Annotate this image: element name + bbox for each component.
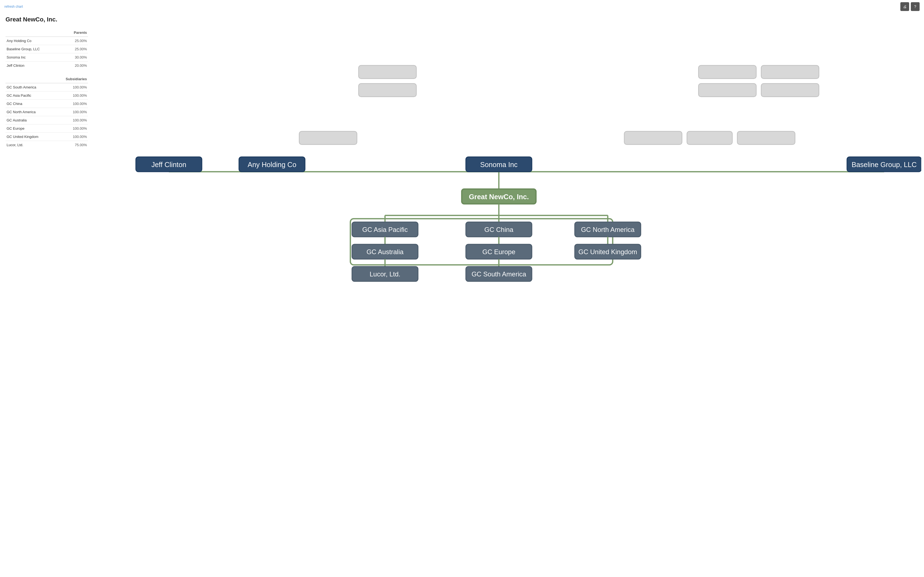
main-layout: Great NewCo, Inc. Parents Any Holding Co…	[0, 13, 924, 415]
svg-rect-3	[761, 65, 819, 79]
svg-rect-8	[687, 131, 732, 145]
svg-rect-5	[761, 84, 819, 97]
top-bar: refresh chart 🖨 ?	[0, 0, 924, 13]
svg-rect-4	[698, 84, 756, 97]
subsidiaries-section-header: Subsidiaries	[5, 75, 88, 83]
print-button[interactable]: 🖨	[900, 2, 909, 11]
company-title: Great NewCo, Inc.	[5, 13, 88, 23]
table-row: Baseline Group, LLC25.00%	[5, 45, 88, 53]
table-row: GC Europe100.00%	[5, 124, 88, 133]
refresh-link[interactable]: refresh chart	[5, 5, 23, 8]
table-row: GC Asia Pacific100.00%	[5, 92, 88, 100]
svg-rect-7	[624, 131, 682, 145]
svg-rect-1	[359, 84, 416, 97]
svg-rect-9	[737, 131, 795, 145]
svg-text:GC North America: GC North America	[581, 226, 635, 233]
svg-text:GC Europe: GC Europe	[482, 248, 515, 256]
table-row: GC Australia100.00%	[5, 116, 88, 124]
parents-section-header: Parents	[5, 29, 88, 37]
svg-text:Great NewCo, Inc.: Great NewCo, Inc.	[469, 193, 529, 201]
table-row: GC North America100.00%	[5, 108, 88, 116]
svg-text:GC China: GC China	[484, 226, 514, 233]
org-chart-svg: Jeff Clinton Any Holding Co Sonoma Inc B…	[96, 16, 921, 412]
svg-text:GC South America: GC South America	[472, 270, 527, 278]
chart-area: Jeff Clinton Any Holding Co Sonoma Inc B…	[94, 13, 924, 415]
svg-text:Any Holding Co: Any Holding Co	[247, 161, 296, 168]
svg-rect-6	[299, 131, 357, 145]
svg-text:Baseline Group, LLC: Baseline Group, LLC	[852, 161, 917, 168]
table-row: Any Holding Co25.00%	[5, 37, 88, 45]
svg-text:Sonoma Inc: Sonoma Inc	[480, 161, 517, 168]
table-row: Lucor, Ltd.75.00%	[5, 141, 88, 149]
subsidiaries-table: Subsidiaries GC South America100.00% GC …	[5, 75, 88, 149]
svg-text:GC United Kingdom: GC United Kingdom	[578, 248, 637, 256]
help-button[interactable]: ?	[911, 2, 919, 11]
svg-rect-2	[698, 65, 756, 79]
svg-text:Jeff Clinton: Jeff Clinton	[151, 161, 186, 168]
svg-text:Lucor, Ltd.: Lucor, Ltd.	[370, 270, 401, 278]
svg-rect-0	[359, 65, 416, 79]
top-icons: 🖨 ?	[900, 2, 919, 11]
svg-text:GC Asia Pacific: GC Asia Pacific	[362, 226, 407, 233]
table-row: GC South America100.00%	[5, 83, 88, 92]
table-row: Sonoma Inc30.00%	[5, 53, 88, 61]
table-row: Jeff Clinton20.00%	[5, 61, 88, 70]
svg-text:GC Australia: GC Australia	[367, 248, 404, 256]
parents-table: Parents Any Holding Co25.00% Baseline Gr…	[5, 29, 88, 69]
table-row: GC United Kingdom100.00%	[5, 133, 88, 141]
left-panel: Great NewCo, Inc. Parents Any Holding Co…	[0, 13, 94, 415]
table-row: GC China100.00%	[5, 100, 88, 108]
